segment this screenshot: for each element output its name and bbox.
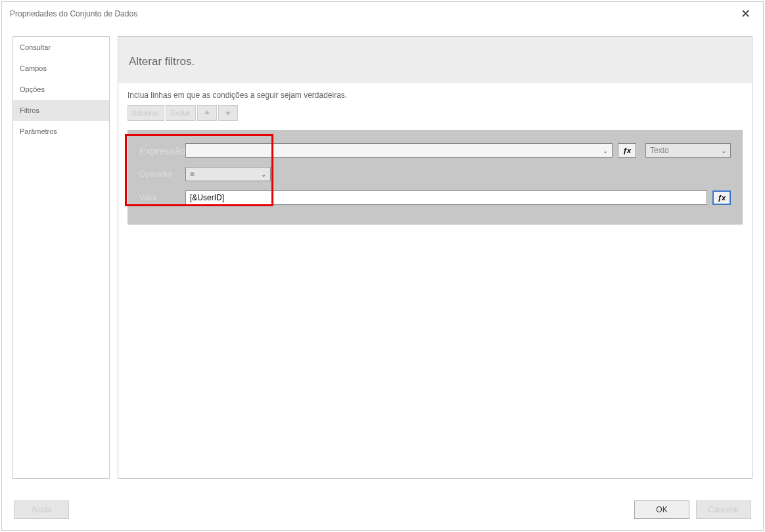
sidebar-item-opcoes[interactable]: Opções xyxy=(13,79,109,100)
help-label: Ajuda xyxy=(32,505,52,514)
filter-row: Expressão ⌄ ƒx Texto ⌄ xyxy=(128,130,743,225)
arrow-down-icon xyxy=(224,109,232,117)
fx-icon: ƒx xyxy=(718,194,726,202)
label-value: Valor xyxy=(139,193,180,202)
move-up-button[interactable] xyxy=(197,105,217,121)
value-text: [&UserID] xyxy=(190,193,224,202)
sidebar-item-label: Campos xyxy=(20,64,47,72)
ok-button[interactable]: OK xyxy=(634,500,689,519)
ok-label: OK xyxy=(656,505,667,514)
sidebar-item-consultar[interactable]: Consultar xyxy=(13,37,109,58)
arrow-up-icon xyxy=(203,109,211,117)
cancel-label: Cancelar xyxy=(708,505,739,514)
sidebar-item-parametros[interactable]: Parâmetros xyxy=(13,121,109,142)
filter-list-empty xyxy=(128,225,743,478)
move-down-button[interactable] xyxy=(218,105,238,121)
filter-toolbar: Adicionar Excluir xyxy=(128,105,743,121)
dialog-footer: Ajuda OK Cancelar xyxy=(2,489,763,530)
main-panel: Alterar filtros. Inclua linhas em que as… xyxy=(118,36,753,479)
close-icon: ✕ xyxy=(741,7,751,21)
hint-text: Inclua linhas em que as condições a segu… xyxy=(128,91,743,100)
label-operator: Operador xyxy=(139,169,180,179)
delete-button[interactable]: Excluir xyxy=(166,105,196,121)
operator-value: = xyxy=(190,169,195,179)
value-input[interactable]: [&UserID] xyxy=(185,190,707,205)
value-fx-button[interactable]: ƒx xyxy=(712,190,731,205)
operator-dropdown[interactable]: = ⌄ xyxy=(185,167,271,181)
titlebar: Propriedades do Conjunto de Dados ✕ xyxy=(2,2,763,26)
help-button[interactable]: Ajuda xyxy=(14,500,69,519)
sidebar: Consultar Campos Opções Filtros Parâmetr… xyxy=(12,36,110,479)
expression-fx-button[interactable]: ƒx xyxy=(618,143,636,158)
sidebar-item-label: Parâmetros xyxy=(20,127,57,135)
cancel-button[interactable]: Cancelar xyxy=(696,500,751,519)
type-value: Texto xyxy=(650,146,669,155)
close-button[interactable]: ✕ xyxy=(735,4,755,24)
sidebar-item-label: Opções xyxy=(20,85,45,93)
sidebar-item-filtros[interactable]: Filtros xyxy=(13,100,109,121)
fx-icon: ƒx xyxy=(623,146,631,154)
chevron-down-icon: ⌄ xyxy=(721,147,726,154)
type-dropdown[interactable]: Texto ⌄ xyxy=(645,143,731,158)
sidebar-item-label: Filtros xyxy=(20,106,39,114)
chevron-down-icon: ⌄ xyxy=(603,147,608,154)
add-button[interactable]: Adicionar xyxy=(128,105,164,121)
sidebar-item-label: Consultar xyxy=(20,43,51,51)
window-title: Propriedades do Conjunto de Dados xyxy=(10,9,735,18)
sidebar-item-campos[interactable]: Campos xyxy=(13,58,109,79)
chevron-down-icon: ⌄ xyxy=(261,171,266,178)
expression-combobox[interactable]: ⌄ xyxy=(185,143,613,158)
page-heading: Alterar filtros. xyxy=(118,37,752,83)
label-expression: Expressão xyxy=(139,145,180,156)
